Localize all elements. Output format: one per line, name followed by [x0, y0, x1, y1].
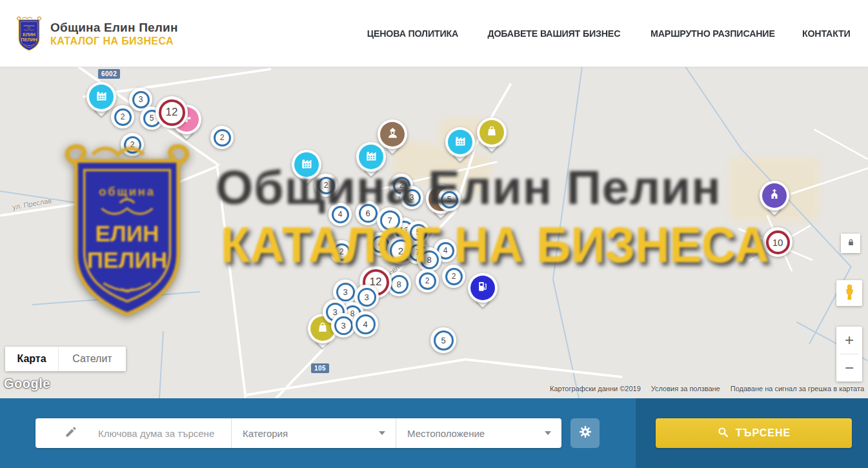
street-view-pegman-button[interactable] [836, 280, 862, 306]
road-number-shield: 6002 [98, 69, 120, 79]
search-submit-button[interactable]: ТЪРСЕНЕ [656, 418, 852, 448]
search-fields-group: Категория Местоположение [35, 418, 561, 448]
map-boundary-line [552, 66, 583, 280]
map-marker-pin-fuel[interactable] [468, 273, 498, 312]
attribution-text: Картографски данни ©2019 [550, 385, 641, 392]
factory-icon [365, 149, 378, 165]
svg-text:ЕЛИН: ЕЛИН [23, 32, 35, 37]
nav-item-pricing[interactable]: ЦЕНОВА ПОЛИТИКА [367, 28, 458, 39]
cluster-count: 3 [132, 91, 150, 108]
pin-disc [356, 142, 386, 172]
cluster-count: 2 [445, 268, 463, 285]
pin-disc [86, 82, 116, 112]
chevron-down-icon [545, 431, 551, 435]
municipality-emblem-icon: общинаЕЛИНПЕЛИН [14, 15, 44, 53]
svg-text:ПЕЛИН: ПЕЛИН [21, 37, 37, 42]
pin-disc [292, 150, 321, 179]
map-road-line [158, 165, 219, 191]
location-select-value: Местоположение [407, 428, 485, 439]
cluster-count: 4 [356, 314, 376, 334]
map-marker-cluster[interactable]: 2 [111, 105, 134, 128]
fuel-icon [476, 280, 489, 296]
map-boundary-line [32, 291, 200, 305]
cluster-count: 2 [114, 108, 132, 126]
map-road-line [216, 163, 247, 398]
map-marker-cluster[interactable]: 7 [377, 207, 403, 233]
map-marker-cluster[interactable]: 2 [416, 269, 439, 292]
map-boundary-line [553, 280, 580, 398]
cluster-count: 2 [318, 177, 335, 194]
cluster-count: 8 [420, 250, 439, 269]
nav-item-add-business[interactable]: ДОБАВЕТЕ ВАШИЯТ БИЗНЕС [487, 28, 620, 39]
map-canvas[interactable]: 6002105 ул. Преславбул. „Новоселци“ 3251… [0, 66, 868, 398]
map-road-line [814, 128, 868, 159]
google-logo[interactable]: Google [4, 376, 50, 391]
map-marker-pin-church[interactable] [760, 181, 789, 219]
cluster-count: 2 [214, 129, 231, 147]
lock-icon [846, 238, 856, 250]
map-marker-cluster[interactable]: 5 [430, 327, 456, 353]
pin-disc [445, 127, 475, 157]
header: общинаЕЛИНПЕЛИН Община Елин Пелин КАТАЛО… [0, 0, 868, 67]
map-marker-cluster[interactable]: 2 [330, 240, 353, 263]
watermark-emblem: общинаЕЛИНПЕЛИН [54, 139, 200, 327]
lock-button[interactable] [841, 234, 860, 253]
zoom-out-button[interactable]: − [836, 354, 862, 382]
map-marker-cluster[interactable]: 3 [400, 186, 423, 209]
cluster-count: 4 [332, 206, 349, 223]
map-marker-cluster[interactable]: 2 [210, 126, 234, 149]
watermark-subtitle: КАТАЛОГ НА БИЗНЕСА [221, 221, 769, 270]
map-marker-cluster[interactable]: 4 [352, 311, 378, 337]
report-error-link[interactable]: Подаване на сигнал за грешка в картата [731, 385, 864, 392]
church-icon [768, 188, 781, 203]
map-attribution: Картографски данни ©2019 Условия за полз… [550, 385, 864, 392]
main-nav: ЦЕНОВА ПОЛИТИКА ДОБАВЕТЕ ВАШИЯТ БИЗНЕС М… [365, 0, 852, 66]
zoom-control: + − [836, 327, 862, 382]
map-marker-cluster[interactable]: 2 [442, 265, 465, 288]
map-marker-cluster[interactable]: 8 [417, 247, 441, 272]
keyword-search-input[interactable] [97, 427, 222, 440]
brand-text: Община Елин Пелин КАТАЛОГ НА БИЗНЕСА [50, 21, 178, 48]
brand-title: Община Елин Пелин [50, 21, 178, 35]
cluster-count: 12 [159, 99, 185, 126]
nav-item-contacts[interactable]: КОНТАКТИ [802, 28, 851, 39]
map-marker-cluster[interactable]: 2 [314, 174, 338, 197]
map-marker-pin-bag[interactable] [477, 117, 507, 156]
pencil-icon [65, 425, 77, 441]
map-marker-cluster[interactable]: 4 [328, 203, 352, 226]
terms-link[interactable]: Условия за ползване [651, 385, 720, 392]
advanced-settings-button[interactable] [570, 418, 600, 448]
zoom-in-button[interactable]: + [836, 327, 862, 354]
map-marker-cluster[interactable]: 10 [763, 227, 792, 257]
map-marker-cluster[interactable]: 12 [156, 96, 188, 128]
cluster-count: 3 [358, 288, 376, 307]
svg-text:община: община [23, 25, 35, 27]
cluster-count: 6 [359, 204, 378, 223]
category-select[interactable]: Категория [231, 418, 396, 448]
keyword-field [35, 418, 231, 448]
svg-text:ЕЛИН: ЕЛИН [95, 221, 159, 246]
location-select[interactable]: Местоположение [396, 418, 561, 448]
svg-text:ПЕЛИН: ПЕЛИН [87, 247, 168, 272]
map-type-satellite-button[interactable]: Сателит [59, 347, 126, 371]
cluster-count: 5 [434, 331, 454, 351]
brand-logo[interactable]: общинаЕЛИНПЕЛИН Община Елин Пелин КАТАЛО… [14, 15, 178, 53]
map-type-map-button[interactable]: Карта [5, 347, 59, 371]
cluster-count: 7 [380, 210, 400, 230]
nav-item-transport-schedule[interactable]: МАРШРУТНО РАЗПИСАНИЕ [651, 28, 775, 39]
map-marker-cluster[interactable]: 2 [121, 133, 144, 156]
bag-icon [485, 125, 498, 140]
search-button-label: ТЪРСЕНЕ [736, 427, 791, 439]
map-marker-pin-factory[interactable] [445, 127, 475, 166]
map-marker-cluster[interactable]: 5 [438, 188, 461, 211]
map-road-line [245, 358, 468, 396]
cluster-count: 10 [766, 230, 790, 254]
page: 6002105 ул. Преславбул. „Новоселци“ 3251… [0, 0, 868, 468]
pin-disc [477, 117, 507, 147]
pin-disc [760, 181, 789, 210]
pin-disc [468, 273, 498, 303]
cluster-count: 2 [124, 136, 141, 154]
factory-icon [300, 157, 314, 173]
map-marker-pin-factory[interactable] [356, 142, 386, 181]
cluster-count: 5 [441, 191, 458, 209]
